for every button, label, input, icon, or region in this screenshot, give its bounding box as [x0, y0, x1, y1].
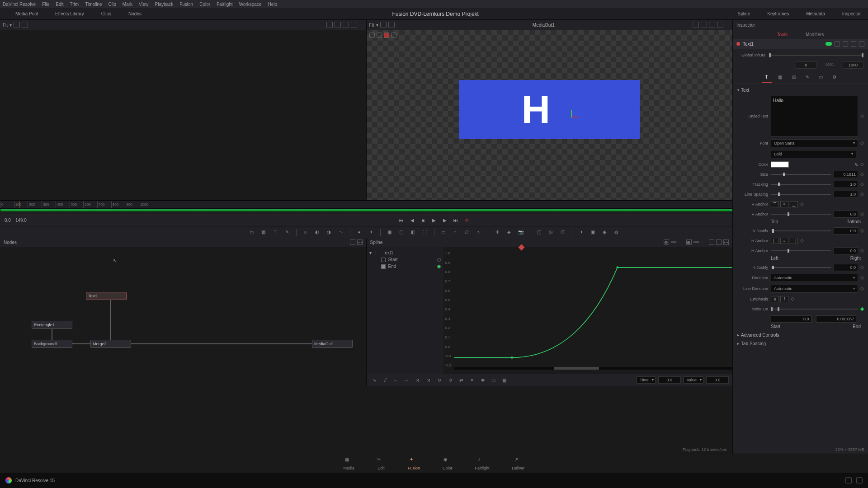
menu-file[interactable]: File — [42, 2, 49, 7]
v2-opt2[interactable] — [701, 22, 707, 28]
guides-icon[interactable] — [388, 22, 395, 28]
hjustify-value[interactable]: 0.0 — [834, 264, 858, 271]
menu-trim[interactable]: Trim — [70, 2, 79, 7]
kf-writeon[interactable] — [860, 307, 864, 311]
tool-blur[interactable]: ● — [355, 228, 364, 237]
tool-ellipse[interactable]: ○ — [451, 228, 460, 237]
tooltab-layout[interactable]: ▦ — [775, 73, 785, 83]
step-fwd[interactable]: ▶ — [441, 216, 448, 224]
tool-3d-img[interactable]: ◫ — [535, 228, 544, 237]
stop[interactable]: ■ — [420, 216, 427, 224]
menu-clip[interactable]: Clip — [108, 2, 116, 7]
direction-dd[interactable]: Automatic — [771, 274, 858, 282]
emphasis-buttons[interactable]: BI — [771, 296, 788, 302]
node-pin[interactable] — [843, 41, 848, 47]
node-versions[interactable] — [835, 41, 840, 47]
tree-param-end[interactable]: End — [388, 264, 396, 269]
tool-hue[interactable]: ◑ — [325, 228, 334, 237]
topbar-effectslibrary[interactable]: Effects Library — [43, 9, 88, 19]
tree-node[interactable]: Text1 — [383, 250, 394, 255]
tool-light[interactable]: ✦ — [577, 228, 586, 237]
sp-fit[interactable] — [709, 239, 714, 245]
sp-loop[interactable]: ↻ — [435, 376, 443, 384]
v2-opt4[interactable] — [717, 22, 723, 28]
tracking-slider[interactable] — [771, 184, 831, 185]
sp-menu[interactable]: ⋯ — [723, 239, 729, 245]
viewer-left[interactable]: Fit▾ ⋯ — [0, 20, 366, 200]
v1-opt4[interactable] — [351, 22, 357, 28]
section-text[interactable]: Text — [733, 86, 868, 94]
tool-bspline[interactable]: ∿ — [474, 228, 483, 237]
writeon-end[interactable]: 0.081057 — [816, 315, 857, 323]
sp-step[interactable]: ⌐ — [392, 376, 400, 384]
tool-rect[interactable]: ▭ — [439, 228, 448, 237]
ch-g[interactable] — [377, 33, 382, 38]
section-tabspacing[interactable]: Tab Spacing — [733, 339, 868, 348]
page-media[interactable]: ▦Media — [343, 457, 354, 470]
styled-text-input[interactable]: Hallo — [771, 96, 858, 136]
tool-merge[interactable]: ▣ — [385, 228, 394, 237]
node-rectangle1[interactable]: Rectangle1 — [32, 321, 72, 329]
viewer1-fit[interactable]: Fit — [3, 23, 8, 28]
spline-value-mode[interactable]: Value — [684, 376, 703, 384]
page-color[interactable]: ◉Color — [443, 457, 453, 470]
topbar-keyframes[interactable]: Keyframes — [755, 9, 793, 19]
node-text1[interactable]: Text1 — [86, 292, 127, 300]
sp-zoom-in[interactable]: ⊕ — [686, 239, 692, 245]
menu-timeline[interactable]: Timeline — [85, 2, 102, 7]
nodes-opt[interactable] — [350, 239, 355, 245]
page-edit[interactable]: ✂Edit — [377, 457, 385, 470]
inspector-menu[interactable]: ⋯ — [860, 23, 864, 28]
section-advanced[interactable]: Advanced Controls — [733, 331, 868, 339]
spline-time-mode[interactable]: Time — [637, 376, 656, 384]
grid-icon[interactable] — [380, 22, 387, 28]
tool-curves[interactable]: ⤳ — [336, 228, 345, 237]
tooltab-shading[interactable]: ✎ — [802, 73, 812, 83]
linespacing-slider[interactable] — [771, 194, 831, 195]
color-picker-icon[interactable]: ✎ — [854, 162, 858, 167]
menu-davinciresolve[interactable]: DaVinci Resolve — [3, 2, 36, 7]
node-mediaout1[interactable]: MediaOut1 — [312, 340, 353, 348]
color-swatch[interactable] — [771, 161, 789, 168]
home-icon[interactable] — [845, 477, 852, 483]
kf-hjustify[interactable] — [860, 266, 864, 269]
spline-tree[interactable]: ▾Text1 Start ✓End — [367, 247, 443, 374]
kf-vanchor-btn[interactable] — [800, 202, 804, 206]
range-out[interactable]: 149.0 — [15, 218, 27, 223]
hjustify-slider[interactable] — [771, 267, 831, 268]
tooltab-transform[interactable]: ⊞ — [789, 73, 799, 83]
size-value[interactable]: 0.1811 — [834, 171, 858, 178]
play[interactable]: ▶ — [430, 216, 438, 224]
tree-param-start[interactable]: Start — [388, 257, 398, 262]
tab-modifiers[interactable]: Modifiers — [806, 32, 824, 37]
node-merge2[interactable]: Merge2 — [90, 340, 131, 348]
vjustify-slider[interactable] — [771, 230, 831, 231]
kf-tracking[interactable] — [860, 183, 864, 186]
range-in[interactable]: 0.0 — [5, 218, 11, 223]
tooltab-settings[interactable]: ⚙ — [830, 73, 840, 83]
nodes-menu[interactable]: ⋯ — [357, 239, 363, 245]
sp-linear[interactable]: ╱ — [381, 376, 389, 384]
tool-poly[interactable]: ⬠ — [462, 228, 472, 237]
node-lock[interactable] — [851, 41, 856, 47]
topbar-spline[interactable]: Spline — [726, 9, 754, 19]
menu-workspace[interactable]: Workspace — [239, 2, 262, 7]
writeon-slider[interactable] — [771, 309, 858, 310]
spline-panel[interactable]: Spline⊖━━⊕━━⋯ ▾Text1 Start ✓End 1.00.90.… — [366, 238, 733, 386]
tool-text[interactable]: T — [271, 228, 280, 237]
sp-rev[interactable]: ⤨ — [414, 376, 422, 384]
topbar-metadata[interactable]: Metadata — [794, 9, 829, 19]
tool-xf[interactable]: ▢ — [397, 228, 406, 237]
kf-direction[interactable] — [860, 276, 864, 280]
tool-track[interactable]: ✜ — [493, 228, 502, 237]
menu-edit[interactable]: Edit — [56, 2, 63, 7]
sp-opt[interactable] — [716, 239, 722, 245]
topbar-clips[interactable]: Clips — [90, 9, 115, 19]
guides-icon[interactable] — [22, 22, 28, 28]
tool-resize[interactable]: ⛶ — [420, 228, 429, 237]
node-background1[interactable]: Background1 — [32, 340, 72, 348]
menubar[interactable]: DaVinci ResolveFileEditTrimTimelineClipM… — [0, 0, 868, 8]
loop[interactable]: ⟲ — [463, 216, 470, 224]
page-fairlight[interactable]: ♪Fairlight — [475, 457, 490, 470]
tool-bright[interactable]: ☼ — [301, 228, 310, 237]
